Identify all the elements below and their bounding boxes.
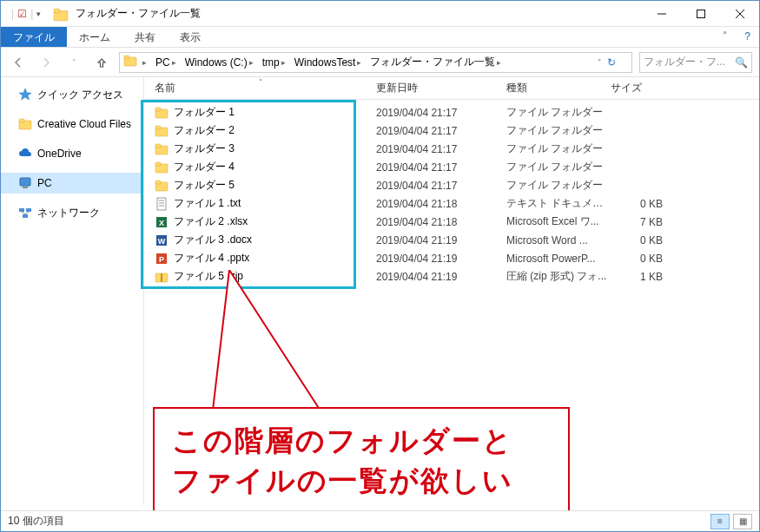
checkbox-icon[interactable]: ☑ xyxy=(17,8,27,20)
file-date: 2019/04/04 21:17 xyxy=(376,125,506,137)
tab-view[interactable]: 表示 xyxy=(168,27,213,47)
close-button[interactable] xyxy=(720,1,759,27)
file-name: ファイル 2 .xlsx xyxy=(174,214,248,229)
file-size: 7 KB xyxy=(611,216,680,228)
file-name: ファイル 5 .zip xyxy=(174,269,243,284)
refresh-icon[interactable]: ↻ xyxy=(607,56,628,69)
cloud-icon xyxy=(18,147,32,161)
sort-asc-icon: ˄ xyxy=(259,78,262,86)
chevron-right-icon[interactable]: ▸ xyxy=(142,58,147,67)
search-icon: 🔍 xyxy=(735,56,748,69)
file-date: 2019/04/04 21:18 xyxy=(376,198,506,210)
file-size: 0 KB xyxy=(611,234,680,246)
icons-view-button[interactable]: ▦ xyxy=(733,514,752,529)
annotation-arrow xyxy=(212,270,325,417)
sidebar-item[interactable]: Creative Cloud Files xyxy=(1,114,143,135)
col-size[interactable]: サイズ xyxy=(611,81,680,95)
file-row[interactable]: フォルダー 52019/04/04 21:17ファイル フォルダー xyxy=(155,176,759,194)
file-row[interactable]: Pファイル 4 .pptx2019/04/04 21:19Microsoft P… xyxy=(155,249,759,267)
svg-text:P: P xyxy=(159,255,164,264)
forward-button[interactable] xyxy=(36,52,56,73)
column-headers: 名前˄ 更新日時 種類 サイズ xyxy=(144,77,759,100)
col-type[interactable]: 種類 xyxy=(506,81,611,95)
breadcrumb-item[interactable]: フォルダー・ファイル一覧▸ xyxy=(367,53,505,71)
sidebar-item-label: クイック アクセス xyxy=(37,88,123,102)
zip-icon xyxy=(155,270,169,284)
file-date: 2019/04/04 21:19 xyxy=(376,234,506,246)
file-name: ファイル 1 .txt xyxy=(174,196,241,211)
txt-icon xyxy=(155,197,169,211)
sidebar-item[interactable]: OneDrive xyxy=(1,143,143,164)
file-name: ファイル 3 .docx xyxy=(174,233,252,247)
qat-separator: | xyxy=(30,8,33,20)
file-row[interactable]: Wファイル 3 .docx2019/04/04 21:19Microsoft W… xyxy=(155,231,759,249)
file-date: 2019/04/04 21:18 xyxy=(376,216,506,228)
file-type: テキスト ドキュメント xyxy=(506,196,611,211)
folder-icon xyxy=(123,54,137,70)
sidebar-item-label: ネットワーク xyxy=(37,206,100,220)
file-name: フォルダー 3 xyxy=(174,141,235,156)
details-view-button[interactable]: ≡ xyxy=(710,514,730,529)
breadcrumb-item[interactable]: Windows (C:)▸ xyxy=(182,55,257,70)
address-bar[interactable]: ▸ PC▸ Windows (C:)▸ tmp▸ WindowsTest▸ フォ… xyxy=(119,52,632,73)
file-date: 2019/04/04 21:19 xyxy=(376,271,506,283)
sidebar-item[interactable]: PC xyxy=(1,173,143,194)
file-row[interactable]: フォルダー 42019/04/04 21:17ファイル フォルダー xyxy=(155,158,759,176)
svg-rect-17 xyxy=(23,214,28,218)
network-icon xyxy=(18,206,32,220)
file-list-pane: 名前˄ 更新日時 種類 サイズ フォルダー 12019/04/04 21:17フ… xyxy=(144,77,759,505)
folder-icon xyxy=(155,179,169,193)
file-type: ファイル フォルダー xyxy=(506,178,611,193)
address-dropdown-icon[interactable]: ˅ xyxy=(594,58,605,67)
col-name[interactable]: 名前˄ xyxy=(155,81,376,95)
file-row[interactable]: Xファイル 2 .xlsx2019/04/04 21:18Microsoft E… xyxy=(155,213,759,231)
svg-rect-13 xyxy=(20,178,30,186)
tab-home[interactable]: ホーム xyxy=(67,27,122,47)
sidebar-item-label: Creative Cloud Files xyxy=(37,118,131,130)
file-type: Microsoft Excel ワ... xyxy=(506,214,611,229)
file-type: ファイル フォルダー xyxy=(506,123,611,138)
svg-rect-23 xyxy=(155,144,161,148)
minimize-button[interactable] xyxy=(642,1,681,27)
back-button[interactable] xyxy=(8,52,29,73)
col-date[interactable]: 更新日時 xyxy=(376,81,506,95)
search-input[interactable]: フォルダー・フ... 🔍 xyxy=(639,52,752,73)
address-row: ˅ ▸ PC▸ Windows (C:)▸ tmp▸ WindowsTest▸ … xyxy=(1,48,759,77)
file-date: 2019/04/04 21:17 xyxy=(376,180,506,192)
file-row[interactable]: フォルダー 12019/04/04 21:17ファイル フォルダー xyxy=(155,103,759,122)
file-date: 2019/04/04 21:17 xyxy=(376,143,506,155)
navigation-pane: クイック アクセスCreative Cloud FilesOneDrivePCネ… xyxy=(1,77,144,505)
file-row[interactable]: ファイル 5 .zip2019/04/04 21:19圧縮 (zip 形式) フ… xyxy=(155,267,759,286)
svg-rect-9 xyxy=(124,56,129,59)
svg-marker-10 xyxy=(19,89,31,100)
file-name: ファイル 4 .pptx xyxy=(174,251,249,266)
svg-text:W: W xyxy=(158,237,166,246)
tab-share[interactable]: 共有 xyxy=(122,27,168,47)
tab-file[interactable]: ファイル xyxy=(1,27,67,47)
svg-marker-40 xyxy=(212,270,325,417)
maximize-button[interactable] xyxy=(681,1,720,27)
folder-icon xyxy=(18,117,32,131)
recent-dropdown-icon[interactable]: ˅ xyxy=(63,52,84,73)
help-icon[interactable]: ? xyxy=(736,27,759,47)
svg-rect-39 xyxy=(161,273,162,282)
docx-icon: W xyxy=(155,233,169,247)
file-row[interactable]: フォルダー 32019/04/04 21:17ファイル フォルダー xyxy=(155,140,759,158)
up-button[interactable] xyxy=(91,52,112,73)
folder-icon xyxy=(155,161,169,174)
svg-rect-16 xyxy=(26,208,31,212)
file-type: ファイル フォルダー xyxy=(506,141,611,156)
annotation-callout: この階層のフォルダーと ファイルの一覧が欲しい xyxy=(153,407,570,515)
file-row[interactable]: フォルダー 22019/04/04 21:17ファイル フォルダー xyxy=(155,122,759,140)
breadcrumb-item[interactable]: PC▸ xyxy=(152,55,180,70)
pc-icon xyxy=(18,176,32,190)
callout-line: ファイルの一覧が欲しい xyxy=(172,461,551,501)
sidebar-item[interactable]: クイック アクセス xyxy=(1,84,143,105)
breadcrumb-item[interactable]: tmp▸ xyxy=(259,55,289,70)
file-name: フォルダー 2 xyxy=(174,123,235,138)
sidebar-item[interactable]: ネットワーク xyxy=(1,202,143,223)
file-row[interactable]: ファイル 1 .txt2019/04/04 21:18テキスト ドキュメント0 … xyxy=(155,194,759,213)
qat-chevron-icon[interactable]: ▾ xyxy=(36,10,41,18)
ribbon-collapse-icon[interactable]: ˄ xyxy=(714,27,736,47)
breadcrumb-item[interactable]: WindowsTest▸ xyxy=(291,55,366,70)
